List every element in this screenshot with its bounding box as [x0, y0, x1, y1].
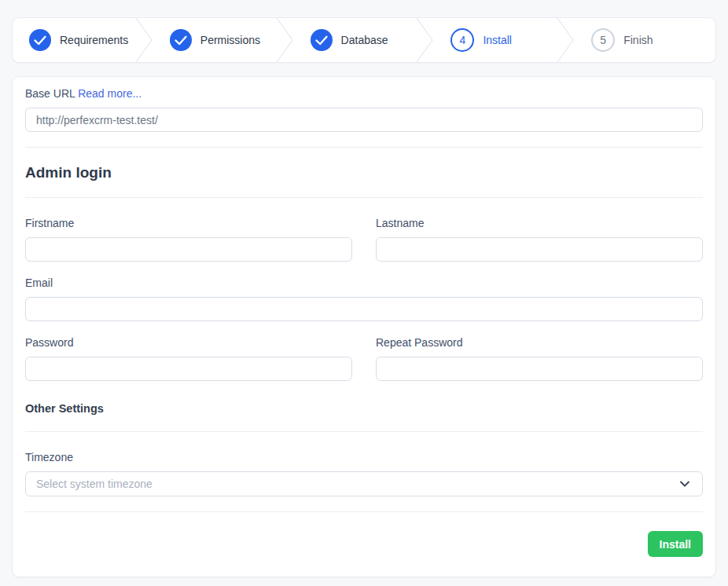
step-number-badge: 5: [591, 28, 615, 52]
stepper-separator-chevron: [134, 18, 153, 62]
read-more-link[interactable]: Read more...: [78, 87, 142, 100]
admin-login-heading: Admin login: [25, 163, 703, 181]
install-wizard-stepper: Requirements Permissions Database 4 Inst…: [12, 17, 716, 63]
base-url-label: Base URL: [25, 87, 75, 100]
stepper-separator-chevron: [415, 18, 434, 62]
email-input[interactable]: [25, 297, 703, 321]
repeat-password-input[interactable]: [376, 357, 703, 381]
stepper-step-label: Finish: [623, 34, 653, 46]
lastname-field-group: Lastname: [376, 217, 703, 262]
chevron-down-icon: [678, 478, 691, 490]
check-icon: [311, 29, 333, 51]
stepper-step-database[interactable]: Database: [294, 18, 435, 62]
base-url-input[interactable]: [25, 108, 703, 132]
stepper-separator-chevron: [556, 18, 575, 62]
footer-divider: [25, 511, 703, 512]
lastname-label: Lastname: [376, 217, 703, 230]
stepper-step-label: Install: [483, 34, 512, 46]
stepper-step-requirements[interactable]: Requirements: [13, 18, 153, 62]
firstname-label: Firstname: [25, 217, 352, 230]
install-form-card: Base URL Read more... Admin login Firstn…: [12, 76, 716, 577]
firstname-field-group: Firstname: [25, 217, 352, 262]
timezone-label: Timezone: [25, 451, 703, 464]
section-divider: [25, 197, 703, 198]
section-divider: [25, 147, 703, 148]
lastname-input[interactable]: [376, 237, 703, 262]
password-input[interactable]: [25, 357, 352, 381]
install-button[interactable]: Install: [648, 531, 703, 557]
timezone-select[interactable]: Select system timezone: [25, 471, 703, 496]
stepper-step-label: Permissions: [200, 34, 260, 46]
name-fields-row: Firstname Lastname: [25, 217, 703, 262]
repeat-password-label: Repeat Password: [376, 336, 703, 350]
stepper-step-finish[interactable]: 5 Finish: [575, 18, 715, 62]
stepper-step-install[interactable]: 4 Install: [434, 18, 575, 62]
stepper-step-label: Requirements: [60, 34, 128, 46]
password-field-group: Password: [25, 336, 352, 381]
section-divider: [25, 431, 703, 432]
firstname-input[interactable]: [25, 237, 352, 262]
step-number-badge: 4: [450, 28, 474, 52]
stepper-step-label: Database: [341, 34, 388, 46]
password-fields-row: Password Repeat Password: [25, 336, 703, 381]
email-label: Email: [25, 277, 703, 290]
repeat-password-field-group: Repeat Password: [376, 336, 703, 381]
check-icon: [170, 29, 192, 51]
check-icon: [29, 29, 51, 51]
timezone-field-group: Timezone Select system timezone: [25, 451, 703, 496]
base-url-label-row: Base URL Read more...: [25, 87, 703, 101]
timezone-placeholder: Select system timezone: [36, 478, 153, 490]
password-label: Password: [25, 336, 352, 350]
submit-row: Install: [25, 531, 703, 577]
stepper-separator-chevron: [275, 18, 294, 62]
email-field-group: Email: [25, 277, 703, 321]
stepper-step-permissions[interactable]: Permissions: [153, 18, 294, 62]
other-settings-heading: Other Settings: [25, 402, 703, 416]
